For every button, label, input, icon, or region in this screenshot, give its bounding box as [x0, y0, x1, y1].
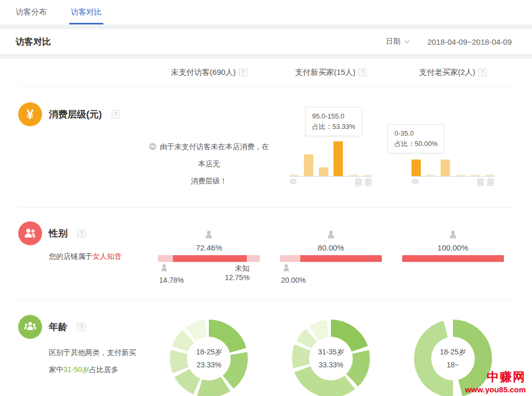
column-title: 未支付访客(690人) [171, 68, 236, 76]
gender-ratio-bar[interactable] [280, 255, 382, 262]
column-header-old-buyers: 支付老买家(2人) [392, 68, 514, 77]
gender-ratio-bar[interactable] [402, 255, 504, 262]
age-description: 区别于其他两类，支付新买 家中31-50岁占比居多 [49, 344, 148, 378]
bar-segment[interactable] [470, 175, 480, 176]
donut-center: 18-25岁23.33% [187, 337, 231, 380]
consumption-level-section: ¥ 消费层级(元) 由于未支付访客未在本店消费，在本店无 消费层级！ 95.0-… [18, 86, 514, 208]
donut-center: 31-35岁33.33% [309, 337, 353, 380]
gender-bar-segment-male [280, 255, 300, 262]
gender-title: 性别 [49, 227, 68, 240]
gender-section: 性别 您的店铺属于女人知音 72.46%14.78%未知12.75% 80.00… [18, 208, 514, 300]
gender-bar-segment-male [158, 255, 173, 262]
gender-chart-new-buyers[interactable]: 80.00%20.00% [280, 230, 382, 285]
gender-subtitle: 您的店铺属于女人知音 [49, 252, 148, 261]
tab-visitor-compare[interactable]: 访客对比 [71, 0, 102, 24]
tooltip-range: 95.0-155.0 [312, 111, 355, 122]
bar-segment[interactable] [349, 175, 358, 176]
gender-bar-segment-female [300, 255, 382, 262]
unknown-label: 未知 [225, 263, 249, 273]
consumption-bar-chart-new-buyers[interactable] [289, 86, 373, 187]
gender-ratio-bar[interactable] [158, 255, 260, 262]
gender-col-old-buyers: 100.00% [392, 208, 514, 300]
consumption-col-unpaid: 由于未支付访客未在本店消费，在本店无 消费层级！ [148, 86, 270, 207]
donut-center-value: 33.33% [318, 359, 343, 372]
help-icon[interactable] [112, 110, 120, 118]
age-donut-unpaid[interactable]: 18-25岁23.33% [170, 320, 248, 396]
consumption-title: 消费层级(元) [49, 108, 102, 121]
tab-label: 访客分布 [16, 7, 47, 17]
consumption-tooltip-old-buyers: 0-35.0 占比：50.00% [388, 124, 444, 153]
consumption-col-new-buyers: 95.0-155.0 占比：53.33% [270, 86, 392, 207]
coin-stack-icon-high [354, 178, 363, 187]
male-label-block: 14.78% [159, 263, 183, 285]
bar-segment[interactable] [426, 175, 435, 176]
age-col-new-buyers: 31-35岁33.33% [270, 300, 392, 396]
date-type-dropdown[interactable]: 日期 [386, 37, 410, 46]
unknown-label-block [371, 263, 381, 285]
consumption-col-old-buyers: 0-35.0 占比：50.00% [392, 86, 514, 207]
coin-stack-icon-high [364, 178, 373, 187]
gender-bottom-labels: 20.00% [280, 263, 382, 285]
female-icon [203, 230, 215, 241]
age-section: 年龄 区别于其他两类，支付新买 家中31-50岁占比居多 18-25岁23.33… [18, 300, 514, 396]
help-icon[interactable] [478, 68, 487, 76]
bar-segment[interactable] [441, 160, 450, 176]
female-percent: 80.00% [280, 243, 382, 252]
info-minus-icon [149, 143, 156, 150]
column-title: 支付老买家(2人) [419, 68, 475, 76]
age-donut-new-buyers[interactable]: 31-35岁33.33% [292, 320, 370, 396]
tab-label: 访客对比 [71, 7, 102, 17]
page-title: 访客对比 [16, 36, 51, 48]
date-range-value[interactable]: 2018-04-09~2018-04-09 [428, 37, 512, 46]
male-label-block: 20.00% [281, 263, 305, 285]
donut-center-value: 18~ [447, 359, 459, 372]
gender-label: 性别 您的店铺属于女人知音 [18, 208, 148, 300]
bar-segment[interactable] [304, 154, 313, 176]
yuan-coin-icon: ¥ [18, 102, 42, 126]
tooltip-share: 占比：53.33% [312, 122, 355, 132]
gender-col-new-buyers: 80.00%20.00% [270, 208, 392, 300]
bar-segment[interactable] [456, 175, 465, 176]
date-label: 日期 [386, 37, 401, 46]
female-icon-wrap [158, 230, 260, 243]
help-icon[interactable] [239, 68, 247, 76]
consumption-level-axis [411, 178, 495, 187]
gender-chart-old-buyers[interactable]: 100.00% [402, 230, 504, 262]
tooltip-range: 0-35.0 [394, 128, 437, 139]
age-desc-highlight: 31-50岁 [63, 365, 89, 374]
bar-segment[interactable] [485, 175, 495, 176]
top-tabs: 访客分布 访客对比 [0, 0, 532, 24]
age-desc-line1: 区别于其他两类，支付新买 [49, 344, 148, 361]
female-percent: 72.46% [158, 243, 260, 252]
donut-center-label: 31-35岁 [318, 346, 344, 359]
female-icon [447, 230, 459, 241]
visitor-compare-page: 访客分布 访客对比 访客对比 日期 2018-04-09~2018-04-09 … [0, 0, 532, 396]
coin-stacks-high [354, 178, 373, 187]
coin-icon-low [289, 178, 297, 185]
bar-segment[interactable] [411, 160, 421, 176]
help-icon[interactable] [77, 323, 86, 331]
no-consumption-note: 由于未支付访客未在本店消费，在本店无 消费层级！ [148, 86, 270, 190]
donut-center-value: 23.33% [197, 359, 221, 372]
bar-segment[interactable] [289, 175, 299, 176]
gender-bar-segment-unknown [247, 255, 260, 262]
gender-chart-unpaid[interactable]: 72.46%14.78%未知12.75% [158, 230, 260, 285]
donut-center-label: 18-25岁 [440, 346, 466, 359]
consumption-level-axis [289, 178, 373, 187]
tab-visitor-distribution[interactable]: 访客分布 [16, 0, 47, 24]
chevron-down-icon [404, 40, 410, 44]
coin-stack-icon-high [476, 178, 485, 187]
help-icon[interactable] [77, 229, 86, 237]
tooltip-share: 占比：50.00% [394, 139, 437, 149]
column-header-row: 未支付访客(690人) 支付新买家(15人) 支付老买家(2人) [18, 59, 514, 86]
gender-col-unpaid: 72.46%14.78%未知12.75% [148, 208, 270, 300]
help-icon[interactable] [358, 68, 367, 76]
gender-subtitle-text: 您的店铺属于 [49, 252, 92, 260]
consumption-label: ¥ 消费层级(元) [18, 86, 148, 207]
bar-segment[interactable] [363, 175, 373, 176]
bar-segment[interactable] [319, 167, 328, 176]
female-icon-wrap [402, 230, 504, 243]
male-icon [159, 263, 169, 273]
column-header-unpaid-visitors: 未支付访客(690人) [148, 68, 270, 77]
bar-segment[interactable] [334, 141, 343, 176]
